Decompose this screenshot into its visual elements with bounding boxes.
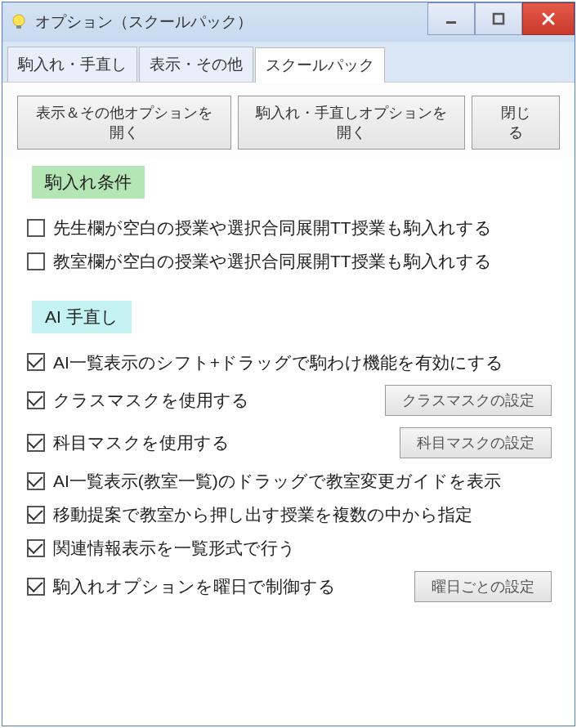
close-options-button[interactable]: 閉じる xyxy=(472,96,560,150)
titlebar: オプション（スクールパック） xyxy=(2,2,575,42)
maximize-button[interactable] xyxy=(475,2,522,35)
option-related-list: 関連情報表示を一覧形式で行う xyxy=(27,537,552,559)
lightbulb-icon xyxy=(9,12,29,32)
option-ai-shift-drag: AI一覧表示のシフト+ドラッグで駒わけ機能を有効にする xyxy=(27,351,552,373)
options-window: オプション（スクールパック） 駒入れ・手直し 表示・その他 スクールパック 表示… xyxy=(2,2,575,726)
option-ai-room-drag: AI一覧表示(教室一覧)のドラッグで教室変更ガイドを表示 xyxy=(27,470,552,492)
tab-bar: 駒入れ・手直し 表示・その他 スクールパック xyxy=(2,42,575,83)
label-koma-weekday: 駒入れオプションを曜日で制御する xyxy=(53,575,336,597)
weekday-config-button[interactable]: 曜日ごとの設定 xyxy=(414,571,552,602)
class-mask-config-button[interactable]: クラスマスクの設定 xyxy=(385,385,552,416)
section-koma-header: 駒入れ条件 xyxy=(32,166,145,199)
svg-rect-1 xyxy=(16,25,21,29)
option-class-mask: クラスマスクを使用する クラスマスクの設定 xyxy=(27,385,552,416)
subject-mask-config-button[interactable]: 科目マスクの設定 xyxy=(400,427,552,458)
checkbox-class-mask[interactable] xyxy=(27,391,45,409)
svg-point-0 xyxy=(13,15,25,26)
content-area: 駒入れ条件 先生欄が空白の授業や選択合同展開TT授業も駒入れする 教室欄が空白の… xyxy=(2,158,575,726)
tab-display[interactable]: 表示・その他 xyxy=(139,47,253,82)
toolbar: 表示＆その他オプションを開く 駒入れ・手直しオプションを開く 閉じる xyxy=(2,83,575,158)
section-ai-header: AI 手直し xyxy=(32,301,132,333)
window-title: オプション（スクールパック） xyxy=(35,11,253,33)
label-ai-shift-drag: AI一覧表示のシフト+ドラッグで駒わけ機能を有効にする xyxy=(53,351,503,373)
label-move-suggest: 移動提案で教室から押し出す授業を複数の中から指定 xyxy=(53,503,472,525)
checkbox-subject-mask[interactable] xyxy=(27,434,45,452)
checkbox-move-suggest[interactable] xyxy=(27,506,45,524)
checkbox-related-list[interactable] xyxy=(27,539,45,557)
checkbox-koma-weekday[interactable] xyxy=(27,578,45,596)
svg-rect-3 xyxy=(494,14,503,24)
checkbox-ai-room-drag[interactable] xyxy=(27,472,45,490)
open-koma-options-button[interactable]: 駒入れ・手直しオプションを開く xyxy=(238,96,465,150)
checkbox-room-blank[interactable] xyxy=(27,252,45,270)
option-teacher-blank: 先生欄が空白の授業や選択合同展開TT授業も駒入れする xyxy=(27,217,552,239)
option-koma-weekday: 駒入れオプションを曜日で制御する 曜日ごとの設定 xyxy=(27,571,552,602)
label-subject-mask: 科目マスクを使用する xyxy=(53,431,230,453)
label-room-blank: 教室欄が空白の授業や選択合同展開TT授業も駒入れする xyxy=(53,250,492,272)
option-move-suggest: 移動提案で教室から押し出す授業を複数の中から指定 xyxy=(27,503,552,525)
option-room-blank: 教室欄が空白の授業や選択合同展開TT授業も駒入れする xyxy=(27,250,552,272)
svg-rect-2 xyxy=(446,21,456,24)
tab-schoolpack[interactable]: スクールパック xyxy=(255,47,385,83)
option-subject-mask: 科目マスクを使用する 科目マスクの設定 xyxy=(27,427,552,458)
window-controls xyxy=(427,2,575,35)
checkbox-teacher-blank[interactable] xyxy=(27,219,45,237)
label-teacher-blank: 先生欄が空白の授業や選択合同展開TT授業も駒入れする xyxy=(53,217,492,239)
minimize-button[interactable] xyxy=(427,2,475,35)
tab-koma[interactable]: 駒入れ・手直し xyxy=(7,47,137,82)
label-class-mask: クラスマスクを使用する xyxy=(53,389,249,411)
close-button[interactable] xyxy=(522,2,575,35)
label-ai-room-drag: AI一覧表示(教室一覧)のドラッグで教室変更ガイドを表示 xyxy=(53,470,501,492)
open-display-options-button[interactable]: 表示＆その他オプションを開く xyxy=(17,96,231,150)
checkbox-ai-shift-drag[interactable] xyxy=(27,353,45,371)
label-related-list: 関連情報表示を一覧形式で行う xyxy=(53,537,296,559)
